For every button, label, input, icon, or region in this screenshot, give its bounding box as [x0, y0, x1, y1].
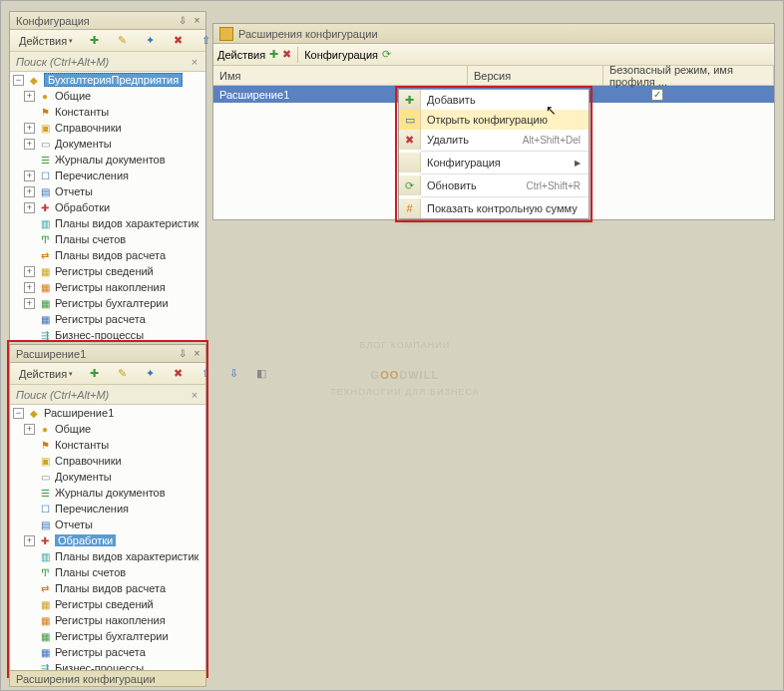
- pin-icon[interactable]: ⇩: [176, 14, 189, 27]
- tree-item[interactable]: +▦Регистры накопления: [10, 279, 205, 295]
- actions-menu[interactable]: Действия: [14, 365, 78, 383]
- tree-icon: ▦: [38, 297, 52, 309]
- expand-icon[interactable]: −: [13, 75, 24, 86]
- tree-item[interactable]: +▣Справочники: [10, 120, 205, 136]
- clear-search-icon[interactable]: ×: [188, 389, 201, 401]
- tree-item[interactable]: ͲПланы счетов: [10, 231, 205, 247]
- clear-search-icon[interactable]: ×: [188, 56, 201, 68]
- ctx-refresh[interactable]: ⟳ Обновить Ctrl+Shift+R: [399, 175, 588, 195]
- col-name[interactable]: Имя: [213, 66, 468, 85]
- open-icon: ▭: [405, 114, 415, 127]
- expand-icon[interactable]: +: [24, 424, 35, 435]
- ctx-checksum[interactable]: # Показать контрольную сумму: [399, 198, 588, 218]
- ctx-add[interactable]: ✚ Добавить: [399, 90, 588, 110]
- tree-item[interactable]: ☐Перечисления: [10, 501, 205, 517]
- actions-menu[interactable]: Действия: [217, 49, 265, 61]
- expand-icon[interactable]: +: [24, 282, 35, 293]
- tree-icon: ⇄: [38, 249, 52, 261]
- tree-label: Регистры накопления: [55, 614, 166, 626]
- delete-icon[interactable]: ✖: [166, 365, 190, 383]
- search-input[interactable]: [14, 54, 188, 70]
- tree-item[interactable]: ͲПланы счетов: [10, 564, 205, 580]
- tree-icon: ☰: [38, 487, 52, 499]
- safemode-checkbox[interactable]: ✓: [651, 89, 663, 101]
- expand-icon[interactable]: +: [24, 123, 35, 134]
- expand-icon[interactable]: +: [24, 202, 35, 213]
- tree-item[interactable]: ▣Справочники: [10, 453, 205, 469]
- wand-icon[interactable]: ✦: [138, 32, 162, 50]
- tree-item[interactable]: +✚Обработки: [10, 532, 205, 548]
- close-icon[interactable]: ×: [191, 14, 203, 27]
- col-safemode[interactable]: Безопасный режим, имя профиля ...: [603, 66, 774, 85]
- extra-icon[interactable]: ◧: [249, 365, 273, 383]
- tree-item[interactable]: ⇄Планы видов расчета: [10, 580, 205, 596]
- expand-icon[interactable]: +: [24, 298, 35, 309]
- tree-item[interactable]: ▭Документы: [10, 469, 205, 485]
- tree-item[interactable]: ☰Журналы документов: [10, 485, 205, 501]
- add-icon[interactable]: ✚: [269, 48, 278, 61]
- delete-icon[interactable]: ✖: [282, 48, 291, 61]
- tree-label: Бизнес-процессы: [55, 329, 144, 341]
- bottom-tab[interactable]: Расширения конфигурации: [9, 670, 206, 687]
- tree-item[interactable]: ▦Регистры бухгалтерии: [10, 628, 205, 644]
- search-input[interactable]: [14, 387, 188, 403]
- edit-icon[interactable]: ✎: [110, 365, 134, 383]
- close-icon[interactable]: ×: [191, 347, 203, 360]
- tree-item[interactable]: ▦Регистры расчета: [10, 644, 205, 660]
- extension-tree[interactable]: −◆Расширение1+●Общие⚑Константы▣Справочни…: [10, 405, 205, 672]
- expand-spacer: [24, 488, 35, 499]
- expand-icon[interactable]: +: [24, 186, 35, 197]
- tree-item[interactable]: +●Общие: [10, 88, 205, 104]
- up-icon[interactable]: ⇧: [194, 365, 217, 383]
- watermark-line: ТЕХНОЛОГИИ ДЛЯ БИЗНЕСА: [330, 387, 480, 398]
- col-version[interactable]: Версия: [468, 66, 603, 85]
- expand-icon[interactable]: +: [24, 266, 35, 277]
- delete-icon[interactable]: ✖: [166, 32, 190, 50]
- config-menu[interactable]: Конфигурация: [304, 49, 378, 61]
- tree-item[interactable]: +▦Регистры бухгалтерии: [10, 295, 205, 311]
- tree-icon: ▦: [38, 614, 52, 626]
- ctx-config-submenu[interactable]: Конфигурация ▶: [399, 153, 588, 173]
- tree-root[interactable]: −◆БухгалтерияПредприятия: [10, 72, 205, 88]
- tree-item[interactable]: ⚑Константы: [10, 437, 205, 453]
- tree-item[interactable]: ▦Регистры сведений: [10, 596, 205, 612]
- tree-icon: ▦: [38, 630, 52, 642]
- tree-item[interactable]: +▦Регистры сведений: [10, 263, 205, 279]
- expand-icon[interactable]: +: [24, 171, 35, 181]
- tree-item[interactable]: +▤Отчеты: [10, 183, 205, 199]
- tree-label: Регистры бухгалтерии: [55, 630, 169, 642]
- expand-spacer: [24, 472, 35, 483]
- tree-label: Планы видов расчета: [55, 249, 166, 261]
- refresh-icon[interactable]: ⟳: [382, 48, 391, 61]
- tree-item[interactable]: ▥Планы видов характеристик: [10, 215, 205, 231]
- expand-icon[interactable]: +: [24, 91, 35, 102]
- tree-item[interactable]: ▥Планы видов характеристик: [10, 548, 205, 564]
- tree-item[interactable]: ⚑Константы: [10, 104, 205, 120]
- tree-root[interactable]: −◆Расширение1: [10, 405, 205, 421]
- edit-icon[interactable]: ✎: [110, 32, 134, 50]
- tree-item[interactable]: +●Общие: [10, 421, 205, 437]
- expand-icon[interactable]: +: [24, 535, 35, 546]
- tree-item[interactable]: ▤Отчеты: [10, 517, 205, 532]
- wand-icon[interactable]: ✦: [138, 365, 162, 383]
- actions-menu[interactable]: Действия: [14, 32, 78, 50]
- add-icon[interactable]: ✚: [82, 32, 106, 50]
- expand-icon[interactable]: +: [24, 139, 35, 150]
- down-icon[interactable]: ⇩: [221, 365, 245, 383]
- config-tree[interactable]: −◆БухгалтерияПредприятия+●Общие⚑Констант…: [10, 72, 205, 341]
- tree-label: Перечисления: [55, 170, 129, 181]
- tree-item[interactable]: ⇄Планы видов расчета: [10, 247, 205, 263]
- pin-icon[interactable]: ⇩: [176, 347, 189, 360]
- tree-item[interactable]: +☐Перечисления: [10, 168, 205, 183]
- tree-item[interactable]: ▦Регистры расчета: [10, 311, 205, 327]
- tree-item[interactable]: ⇶Бизнес-процессы: [10, 327, 205, 341]
- tree-item[interactable]: +✚Обработки: [10, 199, 205, 215]
- ctx-open-config[interactable]: ▭ Открыть конфигурацию: [399, 110, 588, 130]
- expand-icon[interactable]: −: [13, 408, 24, 419]
- add-icon[interactable]: ✚: [82, 365, 106, 383]
- cell-safemode: ✓: [603, 86, 774, 103]
- tree-item[interactable]: +▭Документы: [10, 136, 205, 152]
- tree-item[interactable]: ☰Журналы документов: [10, 152, 205, 168]
- tree-item[interactable]: ▦Регистры накопления: [10, 612, 205, 628]
- ctx-delete[interactable]: ✖ Удалить Alt+Shift+Del: [399, 130, 588, 150]
